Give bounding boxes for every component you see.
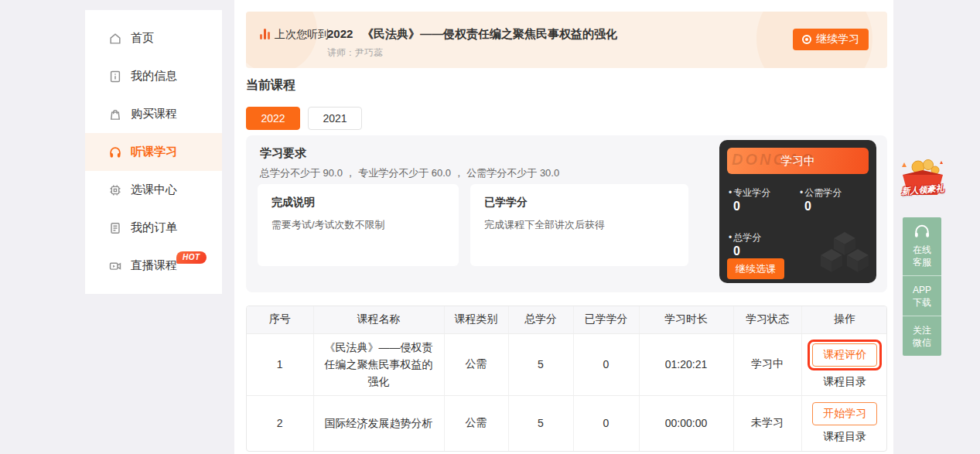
cell-total-credits: 5: [508, 395, 573, 451]
cell-actions: 开始学习 课程目录: [801, 395, 887, 451]
sidebar-item-my-orders[interactable]: 我的订单: [85, 209, 222, 247]
table-header-row: 序号 课程名称 课程类别 总学分 已学学分 学习时长 学习状态 操作: [247, 306, 887, 333]
sidebar-item-listen-learn[interactable]: 听课学习: [85, 133, 222, 171]
stat-label: 公需学分: [800, 186, 842, 200]
sidebar-item-label: 我的信息: [131, 69, 177, 84]
online-service-button[interactable]: 在线客服: [903, 217, 941, 275]
sidebar-item-label: 我的订单: [131, 220, 177, 235]
col-header-status: 学习状态: [733, 306, 801, 333]
status-banner: DONGAO 学习中: [727, 148, 869, 174]
course-center-icon: [108, 183, 122, 197]
requirements-text: 总学分不少于 90.0 ， 专业学分不少于 60.0 ， 公需学分不少于 30.…: [260, 166, 559, 180]
cell-status: 未学习: [733, 395, 801, 451]
continue-learning-button[interactable]: 继续学习: [793, 29, 869, 50]
stat-label: 总学分: [729, 231, 761, 244]
cell-total-credits: 5: [508, 333, 573, 395]
cell-index: 2: [247, 395, 313, 451]
col-header-index: 序号: [247, 306, 313, 333]
stat-value: 0: [804, 200, 811, 213]
gift-box-icon: [895, 155, 951, 206]
stat-label: 专业学分: [729, 186, 770, 200]
start-learning-button[interactable]: 开始学习: [812, 402, 877, 425]
purchase-course-icon: [108, 108, 122, 121]
cell-earned-credits: 0: [573, 333, 639, 395]
sidebar-item-label: 选课中心: [131, 183, 177, 197]
card-text: 完成课程下全部讲次后获得: [484, 218, 688, 232]
course-evaluate-button[interactable]: 课程评价: [812, 343, 877, 367]
sidebar-item-purchase-course[interactable]: 购买课程: [85, 95, 222, 133]
year-tabs: 2022 2021: [246, 107, 362, 130]
col-header-category: 课程类别: [444, 306, 508, 333]
cell-category: 公需: [444, 333, 508, 395]
cell-status: 学习中: [733, 333, 801, 395]
status-text: 学习中: [780, 154, 815, 169]
cell-course-name: 《民法典》——侵权责任编之聚焦民事权益的强化: [313, 333, 444, 395]
cell-duration: 01:20:21: [639, 333, 733, 395]
cell-index: 1: [247, 333, 313, 395]
live-course-icon: [108, 259, 122, 273]
table-row: 2 国际经济发展趋势分析 公需 5 0 00:00:00 未学习 开始学习 课程…: [247, 395, 887, 451]
sidebar-item-label: 购买课程: [131, 107, 177, 121]
follow-wechat-button[interactable]: 关注微信: [903, 316, 941, 356]
status-card: DONGAO 学习中 专业学分 0 公需学分 0 总学分 0 继续选课: [719, 140, 876, 283]
sidebar-item-home[interactable]: 首页: [85, 19, 222, 57]
col-header-earned-credits: 已学学分: [573, 306, 639, 333]
play-circle-icon: [802, 35, 811, 44]
course-table: 序号 课程名称 课程类别 总学分 已学学分 学习时长 学习状态 操作 1 《民法…: [247, 306, 887, 451]
hot-badge: HOT: [176, 251, 207, 264]
continue-select-course-button[interactable]: 继续选课: [727, 258, 784, 279]
card-text: 需要考试/考试次数不限制: [271, 218, 459, 232]
stat-value: 0: [733, 244, 740, 258]
requirements-title: 学习要求: [260, 146, 306, 161]
cubes-decoration: [816, 229, 872, 280]
headphones-icon: [108, 145, 122, 159]
app-download-button[interactable]: APP下载: [903, 275, 941, 316]
cell-duration: 00:00:00: [639, 395, 733, 451]
highlight-box: 课程评价: [808, 340, 882, 370]
sidebar-item-label: 听课学习: [131, 145, 177, 159]
study-requirements-panel: 学习要求 总学分不少于 90.0 ， 专业学分不少于 60.0 ， 公需学分不少…: [246, 135, 887, 292]
tab-2021[interactable]: 2021: [308, 107, 362, 130]
cell-earned-credits: 0: [573, 395, 639, 451]
cell-course-name: 国际经济发展趋势分析: [313, 395, 444, 451]
resume-course-title: 《民法典》——侵权责任编之聚焦民事权益的强化: [362, 27, 617, 42]
col-header-actions: 操作: [801, 306, 887, 333]
sidebar-item-live-course[interactable]: 直播课程 HOT: [85, 247, 222, 285]
main-content: 上次您听到 2022 《民法典》——侵权责任编之聚焦民事权益的强化 讲师：尹巧蕊…: [234, 0, 893, 454]
table-row: 1 《民法典》——侵权责任编之聚焦民事权益的强化 公需 5 0 01:20:21…: [247, 333, 887, 395]
sidebar-item-course-center[interactable]: 选课中心: [85, 171, 222, 209]
course-table-wrap: 序号 课程名称 课程类别 总学分 已学学分 学习时长 学习状态 操作 1 《民法…: [246, 306, 887, 452]
col-header-name: 课程名称: [313, 306, 444, 333]
resume-banner: 上次您听到 2022 《民法典》——侵权责任编之聚焦民事权益的强化 讲师：尹巧蕊…: [246, 12, 887, 68]
equalizer-icon: [260, 29, 270, 39]
page: 首页 我的信息 购买课程 听课学习 选课中心: [0, 0, 980, 454]
course-catalog-link[interactable]: 课程目录: [802, 375, 888, 389]
cell-actions: 课程评价 课程目录: [801, 333, 887, 395]
course-catalog-link[interactable]: 课程目录: [802, 430, 888, 444]
resume-lecturer: 讲师：尹巧蕊: [327, 46, 383, 60]
completion-note-card: 完成说明 需要考试/考试次数不限制: [258, 184, 459, 266]
sidebar-item-label: 直播课程: [131, 258, 177, 273]
resume-prefix: 上次您听到: [275, 28, 329, 42]
sidebar-item-my-info[interactable]: 我的信息: [85, 57, 222, 95]
col-header-total-credits: 总学分: [508, 306, 573, 333]
sidebar-item-label: 首页: [131, 31, 154, 46]
tab-2022[interactable]: 2022: [246, 107, 300, 130]
floating-side-menu: 在线客服 APP下载 关注微信: [903, 217, 941, 356]
stat-value: 0: [733, 200, 740, 213]
cell-category: 公需: [444, 395, 508, 451]
my-info-icon: [108, 70, 122, 84]
earned-credits-card: 已学学分 完成课程下全部讲次后获得: [470, 184, 688, 266]
newcomer-gift-widget[interactable]: 新人领豪礼: [895, 155, 951, 206]
resume-year: 2022: [327, 27, 353, 40]
sidebar: 首页 我的信息 购买课程 听课学习 选课中心: [85, 10, 222, 294]
headset-icon: [913, 224, 930, 239]
card-title: 完成说明: [271, 196, 459, 210]
home-icon: [108, 32, 122, 46]
card-title: 已学学分: [484, 196, 688, 210]
col-header-duration: 学习时长: [639, 306, 733, 333]
current-courses-title: 当前课程: [246, 77, 295, 94]
my-orders-icon: [108, 221, 122, 235]
